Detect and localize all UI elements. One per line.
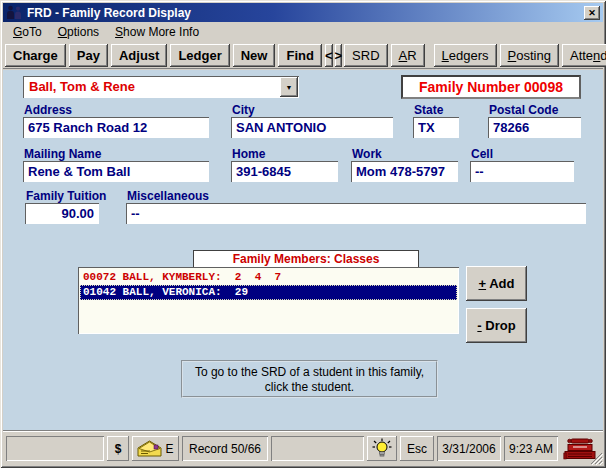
dollar-icon: $ <box>115 442 122 456</box>
adjust-button[interactable]: Adjust <box>111 44 167 67</box>
record-counter: Record 50/66 <box>182 436 268 461</box>
address-field[interactable] <box>23 117 209 138</box>
family-number-badge: Family Number 00098 <box>401 75 581 99</box>
attend-button[interactable]: Attend <box>562 44 606 67</box>
state-field[interactable] <box>413 117 459 138</box>
miscellaneous-field[interactable] <box>126 203 586 224</box>
menu-show-more-info[interactable]: Show More Info <box>107 23 207 42</box>
status-spare-panel <box>271 436 364 461</box>
menu-options[interactable]: Options <box>50 23 107 42</box>
state-label: State <box>414 103 443 117</box>
family-tuition-field[interactable] <box>25 203 99 224</box>
title-bar: FRD - Family Record Display ✕ <box>3 3 603 22</box>
home-phone-field[interactable] <box>231 161 338 182</box>
member-row-selected[interactable]: 01042 BALL, VERONICA: 29 <box>80 285 457 300</box>
lightbulb-icon <box>372 438 392 459</box>
resize-grip[interactable] <box>589 451 603 465</box>
srd-hint-line1: To go to the SRD of a student in this fa… <box>183 365 436 380</box>
new-button[interactable]: New <box>233 44 276 67</box>
frd-window: FRD - Family Record Display ✕ GoTo Optio… <box>0 0 606 468</box>
esc-button[interactable]: Esc <box>400 436 434 461</box>
toolbar: Charge Pay Adjust Ledger New Find < > SR… <box>3 42 603 69</box>
srd-hint-box: To go to the SRD of a student in this fa… <box>181 360 438 398</box>
family-members-list[interactable]: 00072 BALL, KYMBERLY: 2 4 7 01042 BALL, … <box>78 267 459 334</box>
address-label: Address <box>24 103 72 117</box>
drop-member-button[interactable]: - Drop <box>466 308 527 343</box>
window-title: FRD - Family Record Display <box>27 6 191 20</box>
srd-button[interactable]: SRD <box>344 44 387 67</box>
email-label: E <box>165 442 173 456</box>
city-field[interactable] <box>231 117 393 138</box>
date-panel: 3/31/2006 <box>437 436 501 461</box>
menu-goto[interactable]: GoTo <box>5 23 50 42</box>
envelope-icon <box>137 440 162 457</box>
ledgers-button[interactable]: Ledgers <box>434 44 497 67</box>
postal-code-field[interactable] <box>488 117 581 138</box>
cell-phone-field[interactable] <box>470 161 574 182</box>
menu-bar: GoTo Options Show More Info <box>3 22 603 42</box>
work-phone-label: Work <box>352 147 382 161</box>
mailing-name-field[interactable] <box>23 161 209 182</box>
chevron-down-icon: ▼ <box>286 84 293 91</box>
miscellaneous-label: Miscellaneous <box>127 189 209 203</box>
email-button[interactable]: E <box>132 436 179 461</box>
status-message-panel <box>6 436 104 461</box>
pay-button[interactable]: Pay <box>69 44 108 67</box>
city-label: City <box>232 103 255 117</box>
ledger-button[interactable]: Ledger <box>170 44 229 67</box>
charge-button[interactable]: Charge <box>5 44 66 67</box>
ar-button[interactable]: AR <box>391 44 425 67</box>
add-member-button[interactable]: + Add <box>466 266 527 301</box>
postal-code-label: Postal Code <box>489 103 558 117</box>
next-record-button[interactable]: > <box>335 44 343 67</box>
main-content: Ball, Tom & Rene ▼ Family Number 00098 A… <box>3 70 603 431</box>
posting-button[interactable]: Posting <box>500 44 559 67</box>
work-phone-field[interactable] <box>351 161 458 182</box>
family-name-value: Ball, Tom & Rene <box>23 76 279 98</box>
family-selector-dropdown-button[interactable]: ▼ <box>280 77 298 97</box>
time-panel: 9:23 AM <box>504 436 558 461</box>
home-phone-label: Home <box>232 147 265 161</box>
family-members-header: Family Members: Classes <box>193 250 419 268</box>
left-arrow-icon: < <box>325 48 333 63</box>
find-button[interactable]: Find <box>278 44 321 67</box>
dollar-button[interactable]: $ <box>107 436 129 461</box>
cell-phone-label: Cell <box>471 147 493 161</box>
close-button[interactable]: ✕ <box>584 6 600 20</box>
family-tuition-label: Family Tuition <box>26 189 106 203</box>
status-bar: $ E Record 50/66 <box>3 431 603 465</box>
previous-record-button[interactable]: < <box>325 44 333 67</box>
mailing-name-label: Mailing Name <box>24 147 101 161</box>
right-arrow-icon: > <box>335 48 343 63</box>
family-people-icon <box>6 5 23 20</box>
family-selector[interactable]: Ball, Tom & Rene ▼ <box>23 76 299 98</box>
member-row[interactable]: 00072 BALL, KYMBERLY: 2 4 7 <box>80 270 457 285</box>
close-icon: ✕ <box>588 8 596 18</box>
tip-button[interactable] <box>367 436 397 461</box>
srd-hint-line2: click the student. <box>183 380 436 395</box>
